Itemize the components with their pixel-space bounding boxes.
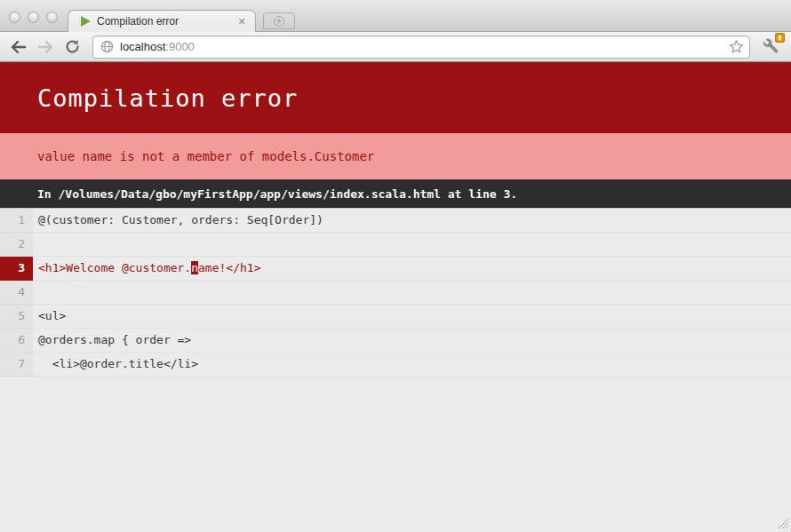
forward-arrow-icon <box>37 41 53 53</box>
code-before-marker: <h1>Welcome @customer. <box>38 261 191 274</box>
tab-close-icon[interactable]: ✕ <box>236 15 248 28</box>
code-text: @(customer: Customer, orders: Seq[Order]… <box>33 209 324 232</box>
navigation-toolbar: localhost:9000 <box>0 32 791 62</box>
tab-compilation-error[interactable]: Compilation error ✕ <box>68 10 256 32</box>
back-button[interactable] <box>7 36 30 59</box>
update-badge-icon <box>775 33 785 43</box>
tab-title: Compilation error <box>97 15 236 28</box>
reload-button[interactable] <box>60 36 84 59</box>
menu-button[interactable] <box>757 35 784 60</box>
url-host: localhost <box>120 40 165 53</box>
address-bar[interactable]: localhost:9000 <box>92 36 750 59</box>
error-header: Compilation error <box>0 62 791 133</box>
error-message: value name is not a member of models.Cus… <box>37 149 374 163</box>
titlebar: Compilation error ✕ + <box>0 0 791 32</box>
close-window-button[interactable] <box>9 12 20 23</box>
line-number: 4 <box>0 281 33 305</box>
code-text: <li>@order.title</li> <box>33 353 198 376</box>
line-number: 5 <box>0 305 33 329</box>
play-framework-logo-icon <box>81 16 91 27</box>
minimize-window-button[interactable] <box>28 12 39 23</box>
code-after-marker: ame!</h1> <box>198 261 260 274</box>
new-tab-button[interactable]: + <box>263 12 295 29</box>
error-location: In /Volumes/Data/gbo/myFirstApp/app/view… <box>37 187 517 201</box>
reload-icon <box>65 39 80 54</box>
code-text <box>33 233 38 256</box>
line-number: 7 <box>0 353 33 377</box>
code-line-2: 2 <box>0 233 791 257</box>
url-port: :9000 <box>165 40 195 53</box>
url-text: localhost:9000 <box>120 40 729 53</box>
line-number: 1 <box>0 209 33 233</box>
page-content: Compilation error value name is not a me… <box>0 62 791 531</box>
line-number: 3 <box>0 257 33 281</box>
code-text: <h1>Welcome @customer.name!</h1> <box>33 257 260 280</box>
forward-button[interactable] <box>34 36 57 59</box>
error-marker: n <box>191 261 198 274</box>
code-line-3-error: 3 <h1>Welcome @customer.name!</h1> <box>0 257 791 281</box>
plus-icon: + <box>274 16 284 27</box>
globe-icon <box>100 40 114 53</box>
code-text: <ul> <box>33 305 66 328</box>
line-number: 6 <box>0 329 33 353</box>
error-title: Compilation error <box>37 84 298 112</box>
code-line-1: 1 @(customer: Customer, orders: Seq[Orde… <box>0 209 791 233</box>
resize-grip[interactable] <box>778 518 789 529</box>
code-text: @orders.map { order => <box>33 329 191 352</box>
browser-window: Compilation error ✕ + localhost:9000 <box>0 0 791 532</box>
window-controls <box>9 12 58 23</box>
code-line-7: 7 <li>@order.title</li> <box>0 353 791 377</box>
code-text <box>33 281 38 304</box>
line-number: 2 <box>0 233 33 257</box>
zoom-window-button[interactable] <box>46 12 58 23</box>
bookmark-star-icon[interactable] <box>729 39 744 54</box>
error-detail-banner: value name is not a member of models.Cus… <box>0 133 791 179</box>
code-listing: 1 @(customer: Customer, orders: Seq[Orde… <box>0 208 791 377</box>
code-line-4: 4 <box>0 281 791 305</box>
code-line-6: 6 @orders.map { order => <box>0 329 791 353</box>
code-line-5: 5 <ul> <box>0 305 791 329</box>
back-arrow-icon <box>11 41 27 53</box>
error-location-bar: In /Volumes/Data/gbo/myFirstApp/app/view… <box>0 179 791 208</box>
